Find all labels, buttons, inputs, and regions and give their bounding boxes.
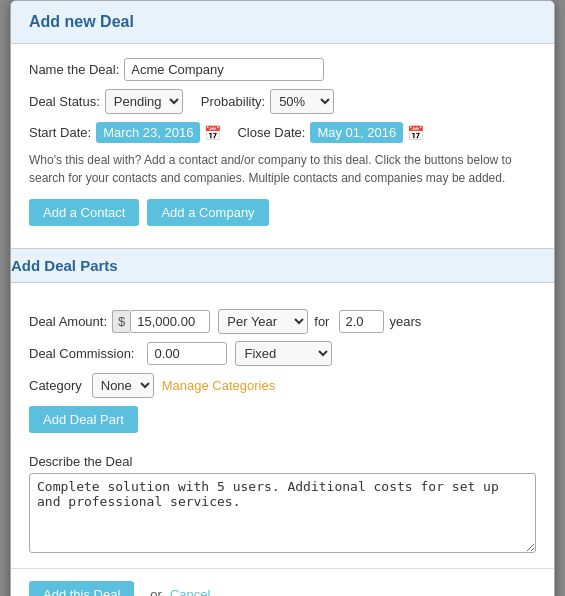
add-deal-part-button[interactable]: Add Deal Part [29,406,138,433]
dates-row: Start Date: March 23, 2016 📅 Close Date:… [29,122,536,143]
close-date-calendar-icon[interactable]: 📅 [407,125,424,141]
describe-label: Describe the Deal [29,454,536,469]
describe-section: Describe the Deal Complete solution with… [11,454,554,568]
add-company-button[interactable]: Add a Company [147,199,268,226]
category-label: Category [29,378,82,393]
add-deal-modal: Add new Deal Name the Deal: Deal Status:… [10,0,555,596]
add-deal-part-row: Add Deal Part [29,406,536,433]
deal-name-input[interactable] [124,58,324,81]
modal-header: Add new Deal [11,1,554,44]
info-text: Who's this deal with? Add a contact and/… [29,151,536,187]
add-contact-button[interactable]: Add a Contact [29,199,139,226]
cancel-link[interactable]: Cancel [170,587,210,596]
deal-name-label: Name the Deal: [29,62,119,77]
deal-parts-section-header: Add Deal Parts [10,248,555,283]
start-date-value[interactable]: March 23, 2016 [96,122,200,143]
deal-amount-input-group: $ [112,310,210,333]
start-date-label: Start Date: [29,125,91,140]
manage-categories-link[interactable]: Manage Categories [162,378,275,393]
status-probability-row: Deal Status: Pending Active Closed Lost … [29,89,536,114]
for-label: for [314,314,329,329]
deal-status-label: Deal Status: [29,94,100,109]
fixed-select[interactable]: Fixed Percentage [235,341,332,366]
deal-parts-section: Deal Amount: $ Per Year Per Month One Ti… [11,295,554,454]
modal-footer: Add this Deal or Cancel [11,568,554,596]
close-date-value[interactable]: May 01, 2016 [310,122,403,143]
describe-textarea[interactable]: Complete solution with 5 users. Addition… [29,473,536,553]
dollar-sign: $ [112,310,130,333]
per-year-select[interactable]: Per Year Per Month One Time [218,309,308,334]
deal-amount-input[interactable] [130,310,210,333]
modal-title: Add new Deal [29,13,536,31]
category-select[interactable]: None [92,373,154,398]
deal-status-select[interactable]: Pending Active Closed Lost [105,89,183,114]
deal-name-row: Name the Deal: [29,58,536,81]
deal-commission-row: Deal Commission: Fixed Percentage [29,341,536,366]
close-date-label: Close Date: [237,125,305,140]
contact-company-row: Add a Contact Add a Company [29,199,536,226]
probability-label: Probability: [201,94,265,109]
start-date-calendar-icon[interactable]: 📅 [204,125,221,141]
deal-amount-row: Deal Amount: $ Per Year Per Month One Ti… [29,309,536,334]
modal-body: Name the Deal: Deal Status: Pending Acti… [11,44,554,248]
deal-commission-label: Deal Commission: [29,346,134,361]
commission-input[interactable] [147,342,227,365]
or-text: or [150,587,162,596]
probability-select[interactable]: 10%20%30%40% 50%60%70% 80%90%100% [270,89,334,114]
years-input[interactable] [339,310,384,333]
deal-amount-label: Deal Amount: [29,314,107,329]
category-row: Category None Manage Categories [29,373,536,398]
years-label: years [389,314,421,329]
add-deal-submit-button[interactable]: Add this Deal [29,581,134,596]
